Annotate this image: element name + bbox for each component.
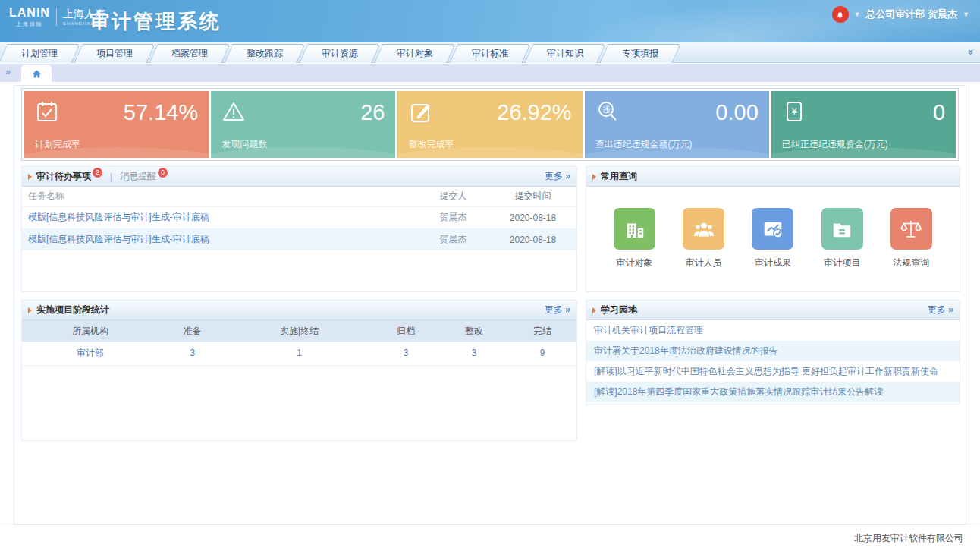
nav-tab-rectify[interactable]: 整改跟踪 <box>228 44 301 63</box>
home-icon <box>31 68 42 80</box>
quick-item-label: 审计人员 <box>683 257 724 269</box>
tab-home[interactable] <box>21 65 52 82</box>
open-tabs-bar: » <box>0 64 980 82</box>
separator: | <box>110 172 112 182</box>
implement-count-link[interactable]: 1 <box>297 348 302 358</box>
kpi-value: 26.92% <box>497 100 571 125</box>
archive-count-link[interactable]: 3 <box>404 348 409 358</box>
stage-stats-title: 实施项目阶段统计 <box>36 304 109 316</box>
list-item[interactable]: [解读]2018年第四季度国家重大政策措施落实情况跟踪审计结果公告解读 <box>586 382 960 402</box>
chart-check-icon <box>752 208 793 250</box>
col-rectify: 整改 <box>440 320 508 342</box>
page-footer: 北京用友审计软件有限公司 <box>0 527 980 554</box>
logo-subtext: 上海保险 <box>9 21 50 27</box>
nav-tab-special[interactable]: 专项填报 <box>604 44 677 63</box>
tab-scroll-icon[interactable]: » <box>5 66 11 77</box>
table-row: 审计部 3 1 3 3 9 <box>22 342 576 365</box>
kpi-label: 查出违纪违规金额(万元) <box>595 138 693 151</box>
nav-tab-resource[interactable]: 审计资源 <box>303 44 376 63</box>
svg-text:¥: ¥ <box>790 105 797 117</box>
stage-more-link[interactable]: 更多 » <box>545 304 570 316</box>
quick-audit-projects[interactable]: 审计项目 <box>821 208 863 269</box>
quick-law-search[interactable]: 法规查询 <box>890 208 932 269</box>
kpi-label: 计划完成率 <box>35 138 80 151</box>
nav-tab-plan[interactable]: 计划管理 <box>3 44 76 63</box>
quick-query-title: 常用查询 <box>601 170 637 183</box>
kpi-label: 整改完成率 <box>408 138 454 151</box>
todo-table: 任务名称 提交人 提交时间 模版[信息科技风险评估与审计]生成-审计底稿 贺晨杰… <box>22 187 576 250</box>
kpi-plan-completion[interactable]: 57.14% 计划完成率 <box>24 91 209 158</box>
todo-tab[interactable]: 审计待办事项 <box>36 170 91 183</box>
quick-item-label: 法规查询 <box>890 257 932 269</box>
stage-stats-header: 实施项目阶段统计 更多 » <box>22 301 576 320</box>
quick-audit-staff[interactable]: 审计人员 <box>683 208 724 269</box>
table-row: 模版[信息科技风险评估与审计]生成-审计底稿 贺晨杰 2020-08-18 <box>22 228 576 250</box>
table-row: 模版[信息科技风险评估与审计]生成-审计底稿 贺晨杰 2020-08-18 <box>22 206 576 228</box>
nav-tab-object[interactable]: 审计对象 <box>378 44 451 63</box>
quick-query-panel: 常用查询 审计对象 <box>586 166 960 292</box>
kpi-found-issues[interactable]: 26 发现问题数 <box>211 91 395 158</box>
quick-item-label: 审计对象 <box>614 257 655 269</box>
list-item[interactable]: 审计机关审计项目流程管理 <box>586 320 960 341</box>
user-caret-icon[interactable]: ▼ <box>963 11 969 18</box>
violation-search-icon: 违 <box>595 99 620 127</box>
collapse-tabs-icon[interactable]: » <box>966 49 977 55</box>
bell-icon <box>835 10 845 20</box>
notification-icon[interactable] <box>832 6 849 23</box>
messages-count-badge: 0 <box>158 168 168 178</box>
kpi-label: 发现问题数 <box>221 138 267 151</box>
kpi-corrected-funds[interactable]: ¥ 0 已纠正违纪违规资金(万元) <box>771 91 956 158</box>
main-nav: 计划管理 项目管理 档案管理 整改跟踪 审计资源 审计对象 审计标准 审计知识 … <box>0 42 980 63</box>
kpi-violation-amount[interactable]: 违 0.00 查出违纪违规金额(万元) <box>585 91 769 158</box>
app-header: LANIN 上海保险 上海人寿 SHANGHAI LIFE 审计管理系统 ▼ 总… <box>0 0 980 42</box>
nav-tab-project[interactable]: 项目管理 <box>78 44 151 63</box>
prepare-count-link[interactable]: 3 <box>190 348 195 358</box>
col-prepare: 准备 <box>159 320 227 342</box>
org-link[interactable]: 审计部 <box>77 348 104 358</box>
complete-count-link[interactable]: 9 <box>540 348 545 358</box>
todo-more-link[interactable]: 更多 » <box>545 170 570 183</box>
warning-icon <box>221 99 246 127</box>
users-icon <box>683 208 724 250</box>
quick-audit-results[interactable]: 审计成果 <box>752 208 793 269</box>
svg-text:违: 违 <box>602 105 610 114</box>
stage-table: 所属机构 准备 实施|终结 归档 整改 完结 审计部 3 1 3 3 <box>22 320 576 366</box>
learning-title: 学习园地 <box>601 304 637 316</box>
panel-arrow-icon <box>28 174 32 180</box>
page-title: 审计管理系统 <box>90 8 221 35</box>
kpi-value: 57.14% <box>124 100 198 125</box>
messages-tab[interactable]: 消息提醒 <box>120 170 156 183</box>
rectify-count-link[interactable]: 3 <box>472 348 477 358</box>
user-menu[interactable]: 总公司审计部 贺晨杰 <box>865 8 957 21</box>
todo-count-badge: 2 <box>93 168 102 178</box>
panel-arrow-icon <box>28 307 32 313</box>
calendar-check-icon <box>35 99 59 127</box>
col-complete: 完结 <box>508 320 576 342</box>
kpi-value: 0.00 <box>715 100 758 125</box>
footer-company: 北京用友审计软件有限公司 <box>854 532 963 545</box>
task-time: 2020-08-18 <box>489 228 576 250</box>
quick-item-label: 审计成果 <box>752 257 793 269</box>
list-item[interactable]: [解读]以习近平新时代中国特色社会主义思想为指导 更好担负起审计工作新职责新使命 <box>586 361 960 382</box>
todo-panel: 审计待办事项2 | 消息提醒0 更多 » 任务名称 提交人 提交时间 模版[信息… <box>21 166 577 292</box>
kpi-rectification-rate[interactable]: 26.92% 整改完成率 <box>397 91 582 158</box>
nav-tab-archive[interactable]: 档案管理 <box>153 44 226 63</box>
learning-panel: 学习园地 更多 » 审计机关审计项目流程管理 审计署关于2018年度法治政府建设… <box>586 300 960 404</box>
folder-icon <box>821 208 863 250</box>
scale-icon <box>890 208 932 250</box>
nav-tab-standard[interactable]: 审计标准 <box>454 44 526 63</box>
building-icon <box>614 208 655 250</box>
nav-tab-knowledge[interactable]: 审计知识 <box>529 44 602 63</box>
logo-text: LANIN <box>9 7 50 19</box>
quick-audit-objects[interactable]: 审计对象 <box>614 208 655 269</box>
kpi-value: 0 <box>933 100 945 125</box>
task-submitter: 贺晨杰 <box>417 228 489 250</box>
task-link[interactable]: 模版[信息科技风险评估与审计]生成-审计底稿 <box>28 212 209 222</box>
col-task-name: 任务名称 <box>22 187 417 206</box>
list-item[interactable]: 审计署关于2018年度法治政府建设情况的报告 <box>586 341 960 361</box>
notification-caret-icon[interactable]: ▼ <box>854 11 861 18</box>
learning-more-link[interactable]: 更多 » <box>928 304 953 316</box>
task-link[interactable]: 模版[信息科技风险评估与审计]生成-审计底稿 <box>28 234 209 244</box>
quick-query-header: 常用查询 <box>586 167 960 187</box>
col-org: 所属机构 <box>22 320 159 342</box>
